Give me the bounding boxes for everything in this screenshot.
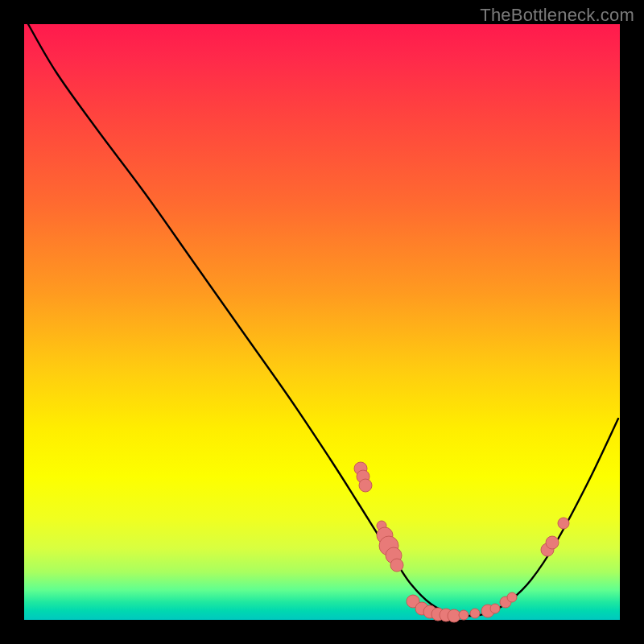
scatter-dot — [507, 592, 517, 602]
scatter-group — [354, 462, 569, 622]
scatter-dot — [546, 536, 559, 549]
watermark-text: TheBottleneck.com — [480, 5, 634, 26]
scatter-dot — [459, 610, 469, 620]
scatter-dot — [558, 518, 569, 529]
scatter-dot — [470, 609, 480, 618]
scatter-dot — [390, 559, 403, 572]
scatter-dot — [490, 604, 500, 613]
bottleneck-curve — [28, 24, 618, 616]
scatter-dot — [359, 479, 372, 492]
chart-svg — [24, 24, 620, 620]
